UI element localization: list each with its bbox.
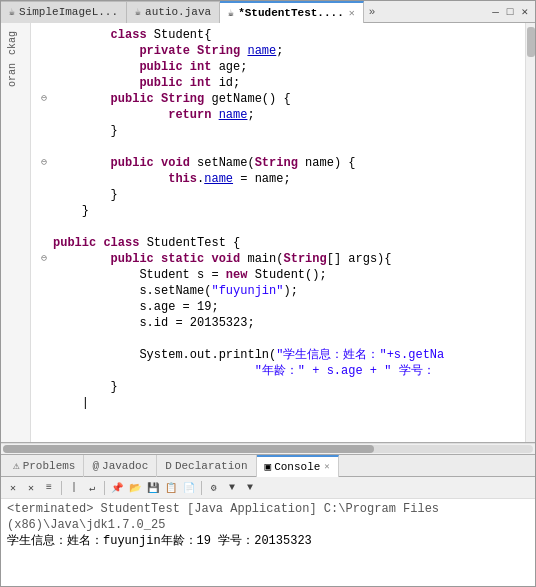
- code-text: public static void main(String[] args){: [53, 251, 535, 267]
- declaration-label: Declaration: [175, 460, 248, 472]
- code-line: s.age = 19;: [31, 299, 535, 315]
- code-text: s.id = 20135323;: [53, 315, 535, 331]
- code-text: s.setName("fuyunjin");: [53, 283, 535, 299]
- code-line: s.setName("fuyunjin");: [31, 283, 535, 299]
- console-close-icon[interactable]: ✕: [324, 461, 329, 472]
- panel-tab-bar: ⚠ Problems @ Javadoc D Declaration ▣ Con…: [1, 455, 535, 477]
- tab-autio[interactable]: ☕ autio.java: [127, 1, 220, 23]
- code-line: "年龄：" + s.age + " 学号：: [31, 363, 535, 379]
- open-console-btn[interactable]: 📂: [127, 480, 143, 496]
- left-sidebar: ckag oran: [1, 23, 31, 442]
- code-text: public String getName() {: [53, 91, 535, 107]
- java-icon: ☕: [135, 6, 141, 18]
- code-line: return name;: [31, 107, 535, 123]
- java-icon: ☕: [9, 6, 15, 18]
- more-btn[interactable]: ▼: [242, 480, 258, 496]
- code-line: }: [31, 187, 535, 203]
- fold-icon[interactable]: ⊖: [41, 93, 47, 104]
- sidebar-label-package: ckag: [1, 27, 24, 59]
- problems-label: Problems: [23, 460, 76, 472]
- terminate-btn[interactable]: ✕: [5, 480, 21, 496]
- console-icon: ▣: [265, 460, 272, 473]
- tab-controls: — □ ✕: [489, 4, 535, 19]
- tab-simpleimagel[interactable]: ☕ SimpleImageL...: [1, 1, 127, 23]
- console-line-1: <terminated> StudentTest [Java Applicati…: [7, 501, 529, 533]
- copy-btn[interactable]: 📋: [163, 480, 179, 496]
- console-output: <terminated> StudentTest [Java Applicati…: [1, 499, 535, 586]
- tab-label: autio.java: [145, 6, 211, 18]
- code-text: public class StudentTest {: [53, 235, 535, 251]
- code-line: [31, 219, 535, 235]
- code-text: }: [53, 379, 535, 395]
- code-text: s.age = 19;: [53, 299, 535, 315]
- minimize-btn[interactable]: —: [489, 5, 502, 19]
- right-scrollbar[interactable]: [525, 23, 535, 442]
- javadoc-label: Javadoc: [102, 460, 148, 472]
- code-text: this.name = name;: [53, 171, 535, 187]
- code-text: |: [53, 395, 535, 411]
- problems-icon: ⚠: [13, 459, 20, 472]
- scroll-lock-btn[interactable]: |: [66, 480, 82, 496]
- code-line: }: [31, 379, 535, 395]
- scrollbar-thumb[interactable]: [527, 27, 535, 57]
- code-line: class Student{: [31, 27, 535, 43]
- code-text: Student s = new Student();: [53, 267, 535, 283]
- java-icon: ☕: [228, 7, 234, 19]
- code-line: this.name = name;: [31, 171, 535, 187]
- code-line: public int id;: [31, 75, 535, 91]
- code-text: }: [53, 203, 535, 219]
- word-wrap-btn[interactable]: ↵: [84, 480, 100, 496]
- tab-declaration[interactable]: D Declaration: [157, 455, 256, 477]
- code-text: "年龄：" + s.age + " 学号：: [53, 363, 535, 379]
- view-dropdown-btn[interactable]: ▼: [224, 480, 240, 496]
- tab-label: *StudentTest....: [238, 7, 344, 19]
- toolbar-sep2: [104, 481, 105, 495]
- save-console-btn[interactable]: 💾: [145, 480, 161, 496]
- ide-window: ☕ SimpleImageL... ☕ autio.java ☕ *Studen…: [0, 0, 536, 587]
- line-gutter: ⊖: [35, 155, 53, 171]
- tab-console[interactable]: ▣ Console ✕: [257, 455, 339, 477]
- code-line: s.id = 20135323;: [31, 315, 535, 331]
- code-line: Student s = new Student();: [31, 267, 535, 283]
- tab-javadoc[interactable]: @ Javadoc: [84, 455, 157, 477]
- code-editor[interactable]: class Student{ private String name; publ…: [31, 23, 535, 442]
- toolbar-sep3: [201, 481, 202, 495]
- code-text: public int id;: [53, 75, 535, 91]
- fold-icon[interactable]: ⊖: [41, 157, 47, 168]
- line-gutter: ⊖: [35, 91, 53, 107]
- pin-btn[interactable]: 📌: [109, 480, 125, 496]
- code-text: private String name;: [53, 43, 535, 59]
- close-icon[interactable]: ✕: [349, 7, 355, 19]
- scrollbar-track[interactable]: [3, 445, 533, 453]
- tab-overflow[interactable]: »: [364, 4, 381, 20]
- maximize-btn[interactable]: □: [504, 5, 517, 19]
- code-text: }: [53, 123, 535, 139]
- clear-btn[interactable]: ≡: [41, 480, 57, 496]
- javadoc-icon: @: [92, 460, 99, 472]
- code-text: [53, 331, 535, 347]
- settings-btn[interactable]: ⚙: [206, 480, 222, 496]
- code-text: }: [53, 187, 535, 203]
- toolbar-sep1: [61, 481, 62, 495]
- code-text: public void setName(String name) {: [53, 155, 535, 171]
- remove-btn[interactable]: ✕: [23, 480, 39, 496]
- code-text: return name;: [53, 107, 535, 123]
- console-label: Console: [274, 461, 320, 473]
- editor-tab-bar: ☕ SimpleImageL... ☕ autio.java ☕ *Studen…: [1, 1, 535, 23]
- code-text: public int age;: [53, 59, 535, 75]
- horizontal-scrollbar[interactable]: [1, 443, 535, 455]
- tab-problems[interactable]: ⚠ Problems: [5, 455, 84, 477]
- bottom-panel: ⚠ Problems @ Javadoc D Declaration ▣ Con…: [1, 454, 535, 586]
- code-text: [53, 219, 535, 235]
- code-line: |: [31, 395, 535, 411]
- editor-area: ckag oran class Student{ private String …: [1, 23, 535, 443]
- fold-icon[interactable]: ⊖: [41, 253, 47, 264]
- code-text: class Student{: [53, 27, 535, 43]
- close-window-btn[interactable]: ✕: [518, 4, 531, 19]
- code-line: public class StudentTest {: [31, 235, 535, 251]
- scrollbar-thumb[interactable]: [3, 445, 374, 453]
- tab-studenttest[interactable]: ☕ *StudentTest.... ✕: [220, 1, 364, 23]
- code-line: System.out.println("学生信息：姓名："+s.getNa: [31, 347, 535, 363]
- code-line: public int age;: [31, 59, 535, 75]
- paste-btn[interactable]: 📄: [181, 480, 197, 496]
